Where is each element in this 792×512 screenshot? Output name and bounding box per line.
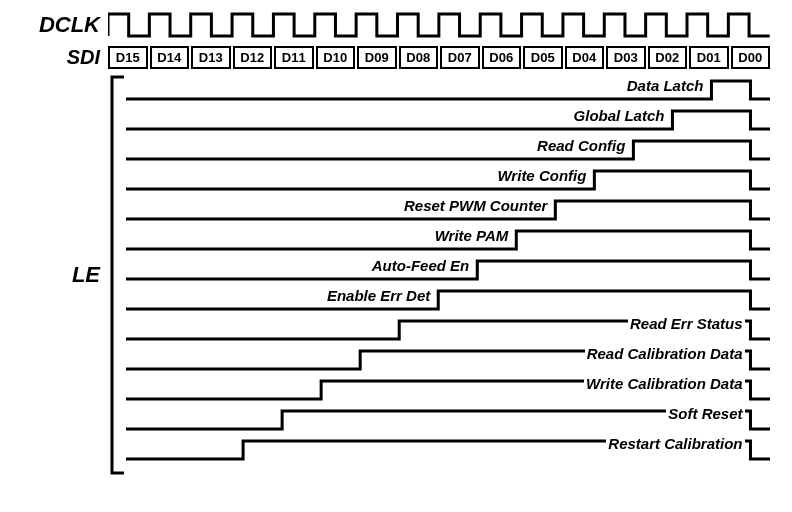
dclk-row: DCLK (10, 10, 770, 40)
sdi-label: SDI (10, 46, 108, 69)
dclk-label: DCLK (10, 12, 108, 38)
le-cmd-label: Soft Reset (666, 405, 744, 422)
le-cmd-label: Read Config (535, 137, 627, 154)
le-cmd-label: Data Latch (625, 77, 706, 94)
le-cmd-label: Global Latch (572, 107, 667, 124)
le-block: LE Data LatchGlobal LatchRead ConfigWrit… (10, 75, 770, 475)
le-cmd-label: Write Config (495, 167, 588, 184)
le-cmd-write-calibration-data: Write Calibration Data (126, 375, 770, 405)
sdi-bit-d13: D13 (191, 46, 231, 69)
le-lines: Data LatchGlobal LatchRead ConfigWrite C… (126, 75, 770, 465)
sdi-bit-d03: D03 (606, 46, 646, 69)
sdi-bit-d00: D00 (731, 46, 771, 69)
le-cmd-label: Enable Err Det (325, 287, 432, 304)
le-cmd-write-pam: Write PAM (126, 225, 770, 255)
le-cmd-label: Read Err Status (628, 315, 745, 332)
sdi-bits: D15D14D13D12D11D10D09D08D07D06D05D04D03D… (108, 44, 770, 71)
sdi-bit-d10: D10 (316, 46, 356, 69)
sdi-bit-d09: D09 (357, 46, 397, 69)
le-cmd-label: Auto-Feed En (370, 257, 472, 274)
sdi-bit-d07: D07 (440, 46, 480, 69)
le-cmd-read-err-status: Read Err Status (126, 315, 770, 345)
le-cmd-reset-pwm-counter: Reset PWM Counter (126, 195, 770, 225)
le-cmd-write-config: Write Config (126, 165, 770, 195)
sdi-bit-d11: D11 (274, 46, 314, 69)
le-cmd-enable-err-det: Enable Err Det (126, 285, 770, 315)
le-cmd-soft-reset: Soft Reset (126, 405, 770, 435)
le-cmd-label: Read Calibration Data (585, 345, 745, 362)
le-cmd-read-config: Read Config (126, 135, 770, 165)
timing-diagram: DCLK SDI D15D14D13D12D11D10D09D08D07D06D… (10, 10, 770, 475)
sdi-bit-d02: D02 (648, 46, 688, 69)
sdi-bit-d04: D04 (565, 46, 605, 69)
le-cmd-global-latch: Global Latch (126, 105, 770, 135)
le-cmd-read-calibration-data: Read Calibration Data (126, 345, 770, 375)
sdi-bit-d05: D05 (523, 46, 563, 69)
sdi-bit-d01: D01 (689, 46, 729, 69)
dclk-waveform (108, 10, 770, 40)
le-cmd-label: Write PAM (433, 227, 511, 244)
le-cmd-label: Reset PWM Counter (402, 197, 549, 214)
sdi-bit-d14: D14 (150, 46, 190, 69)
sdi-bit-d12: D12 (233, 46, 273, 69)
sdi-row: SDI D15D14D13D12D11D10D09D08D07D06D05D04… (10, 44, 770, 71)
sdi-bit-d06: D06 (482, 46, 522, 69)
le-cmd-label: Restart Calibration (606, 435, 744, 452)
le-cmd-label: Write Calibration Data (584, 375, 744, 392)
le-bracket (108, 75, 126, 475)
le-cmd-auto-feed-en: Auto-Feed En (126, 255, 770, 285)
le-cmd-restart-calibration: Restart Calibration (126, 435, 770, 465)
sdi-bit-d15: D15 (108, 46, 148, 69)
le-label: LE (10, 262, 108, 288)
le-cmd-data-latch: Data Latch (126, 75, 770, 105)
sdi-bit-d08: D08 (399, 46, 439, 69)
